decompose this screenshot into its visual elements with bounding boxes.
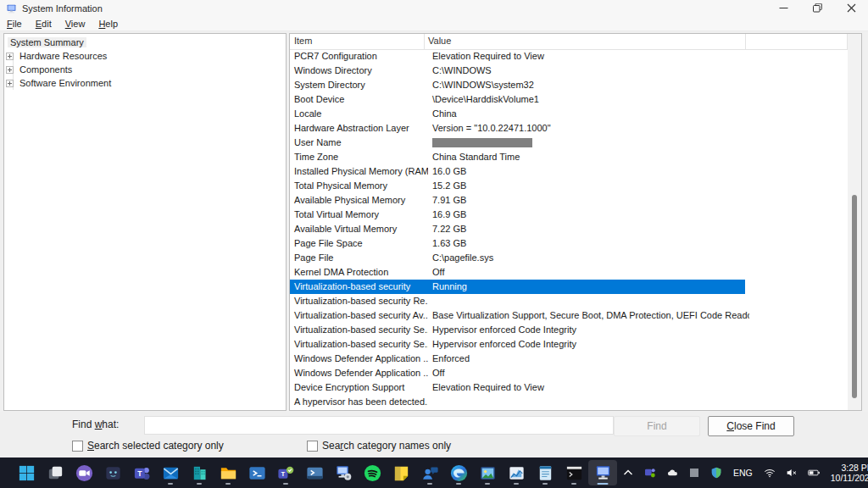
running-indicator — [225, 483, 231, 485]
running-indicator — [456, 483, 461, 485]
table-row[interactable]: Windows Defender Application ...Enforced — [290, 352, 848, 366]
expand-plus-icon[interactable] — [6, 80, 14, 87]
minimize-icon[interactable] — [766, 0, 800, 16]
item-cell: Locale — [290, 107, 428, 121]
svg-text:T: T — [281, 469, 285, 477]
taskbar-app-start[interactable] — [12, 460, 41, 485]
table-row[interactable]: Time ZoneChina Standard Time — [290, 150, 848, 164]
table-row[interactable]: Available Virtual Memory7.22 GB — [290, 222, 848, 236]
taskbar-app-performance-monitor[interactable] — [502, 460, 531, 485]
find-input[interactable] — [144, 416, 614, 435]
tray-app-square-icon[interactable] — [687, 466, 701, 480]
clock-time: 3:28 PM — [831, 463, 868, 473]
close-icon[interactable] — [834, 0, 868, 16]
expand-plus-icon[interactable] — [6, 53, 14, 60]
volume-muted-icon[interactable] — [785, 466, 798, 480]
table-row[interactable]: Kernel DMA ProtectionOff — [290, 265, 848, 280]
powershell-alt-icon — [305, 463, 325, 483]
tree-item-components[interactable]: Components — [6, 63, 286, 76]
taskbar-app-mail[interactable] — [156, 460, 185, 485]
table-row[interactable]: Virtualization-based security Se...Hyper… — [290, 337, 848, 352]
taskbar-app-photos[interactable] — [473, 460, 502, 485]
search-selected-category-checkbox-row[interactable]: Search selected category only — [72, 440, 224, 452]
table-row[interactable]: Virtualization-based securityRunning — [290, 280, 745, 294]
table-row[interactable]: Windows DirectoryC:\WINDOWS — [290, 64, 848, 78]
table-row[interactable]: Installed Physical Memory (RAM)16.0 GB — [290, 164, 848, 179]
taskbar-app-powershell-alt[interactable] — [300, 460, 329, 485]
table-row[interactable]: Virtualization-based security Av...Base … — [290, 308, 848, 323]
tree-item-software-environment[interactable]: Software Environment — [6, 76, 286, 90]
column-header-value[interactable]: Value — [428, 36, 451, 46]
tree-item-hardware-resources[interactable]: Hardware Resources — [6, 49, 286, 63]
item-cell: Device Encryption Support — [290, 380, 428, 395]
find-button[interactable]: Find — [614, 416, 700, 436]
table-row[interactable]: LocaleChina — [290, 107, 848, 121]
taskbar-app-system-properties[interactable] — [329, 460, 358, 485]
menu-view[interactable]: View — [58, 18, 92, 30]
taskbar-app-edge[interactable] — [444, 460, 473, 485]
item-cell: User Name — [290, 136, 428, 150]
table-row[interactable]: Page File Space1.63 GB — [290, 236, 848, 251]
taskbar-app-spotify[interactable] — [358, 460, 387, 485]
expand-plus-icon[interactable] — [6, 66, 14, 74]
taskbar-app-github-desktop[interactable] — [98, 460, 127, 485]
list-rows: PCR7 ConfigurationElevation Required to … — [290, 49, 848, 410]
taskbar-app-powershell[interactable] — [242, 460, 271, 485]
running-indicator — [514, 483, 519, 485]
table-row[interactable]: Boot Device\Device\HarddiskVolume1 — [290, 92, 848, 107]
table-row[interactable]: System DirectoryC:\WINDOWS\system32 — [290, 78, 848, 92]
table-row[interactable]: Total Physical Memory15.2 GB — [290, 179, 848, 193]
menu-edit[interactable]: Edit — [29, 18, 58, 30]
taskbar-app-system-information[interactable] — [588, 460, 617, 485]
taskbar-app-file-explorer[interactable] — [214, 460, 242, 485]
value-cell: Off — [428, 366, 749, 380]
item-cell: System Directory — [290, 78, 428, 92]
table-row[interactable]: Virtualization-based security Se...Hyper… — [290, 323, 848, 337]
vertical-scrollbar[interactable] — [848, 34, 861, 410]
file-explorer-icon — [219, 463, 238, 483]
search-category-names-checkbox[interactable] — [307, 441, 318, 452]
teams-tray-icon[interactable] — [643, 466, 657, 480]
column-divider[interactable] — [424, 34, 425, 49]
chevron-up-icon[interactable] — [621, 466, 635, 480]
taskbar-app-teams[interactable]: T — [127, 460, 156, 485]
table-row[interactable]: Hardware Abstraction LayerVersion = "10.… — [290, 121, 848, 136]
item-cell: Virtualization-based security Se... — [290, 337, 428, 352]
table-row[interactable]: Virtualization-based security Re... — [290, 294, 848, 308]
taskbar-app-building-app[interactable] — [185, 460, 214, 485]
onedrive-icon[interactable] — [665, 466, 679, 480]
search-category-names-checkbox-row[interactable]: Search category names only — [307, 440, 451, 452]
table-row[interactable]: Total Virtual Memory16.9 GB — [290, 208, 848, 222]
taskbar-app-sticky-notes[interactable] — [387, 460, 415, 485]
column-divider[interactable] — [745, 34, 746, 49]
windows-security-shield-icon[interactable] — [709, 466, 723, 480]
scrollbar-thumb[interactable] — [852, 195, 857, 398]
table-row[interactable]: Available Physical Memory7.91 GB — [290, 193, 848, 208]
taskbar-app-command-prompt[interactable] — [559, 460, 588, 485]
tree-item-system-summary[interactable]: System Summary — [6, 36, 286, 49]
taskbar-app-quick-assist[interactable] — [415, 460, 444, 485]
battery-icon[interactable] — [807, 466, 821, 480]
value-cell: Off — [428, 265, 749, 280]
language-indicator[interactable]: ENG — [733, 468, 753, 478]
table-row[interactable]: Windows Defender Application ...Off — [290, 366, 848, 380]
menu-file[interactable]: File — [0, 18, 29, 30]
github-desktop-icon — [103, 463, 123, 483]
table-row[interactable]: Page FileC:\pagefile.sys — [290, 251, 848, 265]
taskbar-app-task-view[interactable] — [41, 460, 70, 485]
search-selected-category-checkbox[interactable] — [72, 441, 83, 452]
restore-icon[interactable] — [800, 0, 834, 16]
table-row[interactable]: A hypervisor has been detected.... — [290, 395, 848, 409]
column-header-item[interactable]: Item — [294, 36, 312, 46]
close-find-button[interactable]: Close Find — [708, 416, 794, 436]
table-row[interactable]: Device Encryption SupportElevation Requi… — [290, 380, 848, 395]
clock[interactable]: 3:28 PM 10/11/2021 — [831, 463, 868, 483]
wifi-icon[interactable] — [763, 466, 776, 480]
table-row[interactable]: User Name — [290, 136, 848, 150]
menu-help[interactable]: Help — [92, 18, 125, 30]
taskbar-app-chat[interactable] — [70, 460, 98, 485]
system-information-app-icon — [6, 3, 17, 14]
taskbar-app-teams-status[interactable]: T — [271, 460, 300, 485]
taskbar-app-notepad[interactable] — [531, 460, 559, 485]
table-row[interactable]: PCR7 ConfigurationElevation Required to … — [290, 49, 848, 64]
